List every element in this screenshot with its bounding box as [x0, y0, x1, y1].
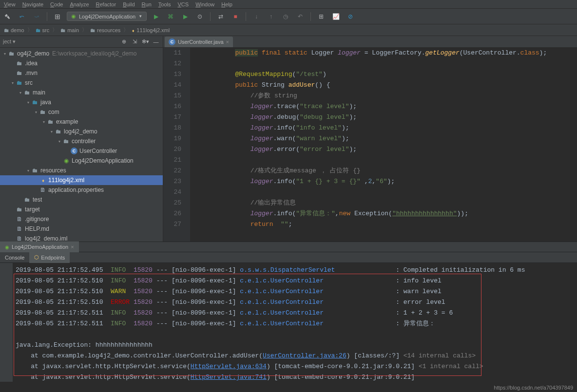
menu-analyze[interactable]: Analyze — [70, 1, 89, 7]
debug-icon[interactable]: ⌘ — [165, 11, 176, 22]
breadcrumb-src[interactable]: 🖿src — [36, 27, 50, 33]
project-tree[interactable]: ▾🖿og4j2_demoE:\workspace_idea\log4j2_dem… — [0, 48, 163, 242]
chevron-down-icon: ▼ — [138, 14, 142, 19]
gear-icon[interactable]: ✻▾ — [141, 38, 149, 46]
collapse-icon[interactable]: ⇲ — [131, 38, 138, 46]
stack-head: java.lang.Exception: hhhhhhhhhhhhhhh — [16, 340, 574, 351]
close-icon[interactable]: × — [71, 244, 74, 250]
editor-tab-usercontroller[interactable]: C UserController.java × — [165, 37, 233, 47]
line-num: 14 — [163, 80, 181, 91]
stack-line: at javax.servlet.http.HttpServlet.servic… — [16, 372, 574, 382]
code-area[interactable]: 1112131415161718192021222324252627 publi… — [163, 48, 577, 242]
tree-log4j2_demo[interactable]: ▾🖿log4j2_demo — [0, 127, 163, 136]
tree-com[interactable]: ▾🖿com — [0, 107, 163, 117]
stack-link[interactable]: HttpServlet.java:634 — [191, 363, 267, 370]
console-output[interactable]: 2019-08-05 21:17:52.495 INFO 15820 --- [… — [13, 263, 577, 382]
menu-vcs[interactable]: VCS — [178, 1, 189, 7]
tree-UserController[interactable]: CUserController — [0, 146, 163, 156]
line-num: 22 — [163, 166, 181, 176]
tree-.gitignore[interactable]: 🗎.gitignore — [0, 214, 163, 224]
code-line[interactable]: @RequestMapping("/test") — [205, 69, 577, 80]
tab-endpoints[interactable]: ⬡ Endpoints — [29, 252, 70, 263]
code-line[interactable]: public String addUser() { — [205, 80, 577, 91]
no-icon[interactable]: ⊘ — [345, 11, 356, 22]
run-config-dropdown[interactable]: ◉ Log4j2DemoApplication ▼ — [67, 12, 147, 21]
profile-icon[interactable]: ⊙ — [194, 11, 205, 22]
breadcrumb-111log4j2.xml[interactable]: ⬧111log4j2.xml — [132, 27, 170, 33]
vcs-revert-icon[interactable]: ↶ — [295, 11, 306, 22]
stop-icon[interactable]: ■ — [230, 11, 241, 22]
tree-111log4j2.xml[interactable]: ⬧111log4j2.xml — [0, 175, 163, 185]
code-line[interactable]: logger.trace("trace level"); — [205, 101, 577, 112]
code-line[interactable]: logger.info("info level"); — [205, 123, 577, 133]
menu-tools[interactable]: Tools — [158, 1, 171, 7]
menu-help[interactable]: Help — [221, 1, 232, 7]
run-coverage-icon[interactable]: ▶ — [180, 11, 191, 22]
tree-main[interactable]: ▾🖿main — [0, 88, 163, 97]
vcs-commit-icon[interactable]: ↑ — [266, 11, 276, 22]
menu-navigate[interactable]: Navigate — [22, 1, 43, 7]
breadcrumb-main[interactable]: 🖿main — [60, 27, 79, 33]
tree-application.properties[interactable]: 🗎application.properties — [0, 185, 163, 195]
code-line[interactable]: logger.info("异常信息：",new Exception("hhhhh… — [205, 208, 577, 219]
code-line[interactable]: //格式化生成message ， 占位符 {} — [205, 166, 577, 176]
tree-src[interactable]: ▾🖿src — [0, 78, 163, 88]
code-line[interactable] — [205, 58, 577, 69]
tree-Log4j2DemoApplication[interactable]: ◉Log4j2DemoApplication — [0, 156, 163, 166]
tree-.mvn[interactable]: 🖿.mvn — [0, 68, 163, 78]
run-config-label: Log4j2DemoApplication — [79, 14, 135, 19]
menu-build[interactable]: Build — [123, 1, 135, 7]
sidebar-title[interactable]: ject ▾ — [3, 38, 16, 45]
tree-controller[interactable]: ▾🖿controller — [0, 136, 163, 146]
tree-resources[interactable]: ▾🖿resources — [0, 166, 163, 175]
code-line[interactable]: //参数 string — [205, 91, 577, 101]
log-line: 2019-08-05 21:17:52.510 WARN 15820 --- [… — [16, 286, 574, 297]
menu-run[interactable]: Run — [142, 1, 152, 7]
code-line[interactable]: logger.info("1 + {} + 3 = {}" ,2,"6"); — [205, 176, 577, 187]
forward-arrow-icon[interactable]: ⤻ — [31, 11, 42, 22]
menu-window[interactable]: Window — [195, 1, 214, 7]
spring-icon: ◉ — [5, 244, 9, 250]
tree-.idea[interactable]: 🖿.idea — [0, 58, 163, 68]
add-config-icon[interactable]: ⊞ — [52, 11, 63, 22]
code-line[interactable]: logger.debug("debug level"); — [205, 112, 577, 123]
menu-code[interactable]: Code — [50, 1, 63, 7]
hide-icon[interactable]: — — [152, 38, 160, 46]
tree-target[interactable]: 🖿target — [0, 205, 163, 214]
status-url: https://blog.csdn.net/a704397849 — [494, 385, 573, 391]
code-line[interactable] — [205, 187, 577, 198]
back-arrow-icon[interactable]: ⤺ — [17, 11, 27, 22]
tree-og4j2_demo[interactable]: ▾🖿og4j2_demoE:\workspace_idea\log4j2_dem… — [0, 49, 163, 58]
menu-refactor[interactable]: Refactor — [96, 1, 116, 7]
code-line[interactable]: logger.error("error level"); — [205, 144, 577, 155]
tree-test[interactable]: 🖿test — [0, 195, 163, 205]
menu-view[interactable]: View — [4, 1, 16, 7]
tree-java[interactable]: ▾🖿java — [0, 97, 163, 107]
vcs-update-icon[interactable]: ↓ — [251, 11, 262, 22]
run-tab-app[interactable]: ◉ Log4j2DemoApplication × — [0, 242, 79, 252]
run-icon[interactable]: ▶ — [151, 11, 161, 22]
code-content[interactable]: public final static Logger logger = Logg… — [190, 48, 577, 242]
breadcrumb-resources[interactable]: 🖿resources — [90, 27, 120, 33]
chart-icon[interactable]: 📈 — [330, 11, 341, 22]
code-line[interactable]: logger.warn("warn level"); — [205, 133, 577, 144]
breadcrumb-demo[interactable]: 🖿demo — [4, 27, 24, 33]
close-icon[interactable]: × — [226, 39, 229, 45]
attach-icon[interactable]: ⇄ — [215, 11, 226, 22]
code-line[interactable] — [205, 155, 577, 166]
tree-log4j2_demo.iml[interactable]: 🗎log4j2_demo.iml — [0, 234, 163, 242]
code-line[interactable]: public final static Logger logger = Logg… — [205, 48, 577, 58]
stack-link[interactable]: HttpServlet.java:741 — [191, 373, 267, 381]
code-line[interactable]: //输出异常信息 — [205, 198, 577, 208]
hammer-icon[interactable] — [2, 11, 13, 22]
target-icon[interactable]: ⊕ — [120, 38, 128, 46]
stack-link[interactable]: UserController.java:26 — [263, 352, 346, 359]
tree-example[interactable]: ▾🖿example — [0, 117, 163, 127]
tab-console[interactable]: Console — [0, 252, 29, 263]
line-num: 26 — [163, 208, 181, 219]
tree-HELP.md[interactable]: 🗎HELP.md — [0, 224, 163, 234]
line-num: 11 — [163, 48, 181, 58]
code-line[interactable]: return ""; — [205, 219, 577, 230]
dashboard-icon[interactable]: ⊞ — [316, 11, 327, 22]
vcs-history-icon[interactable]: ◷ — [280, 11, 291, 22]
